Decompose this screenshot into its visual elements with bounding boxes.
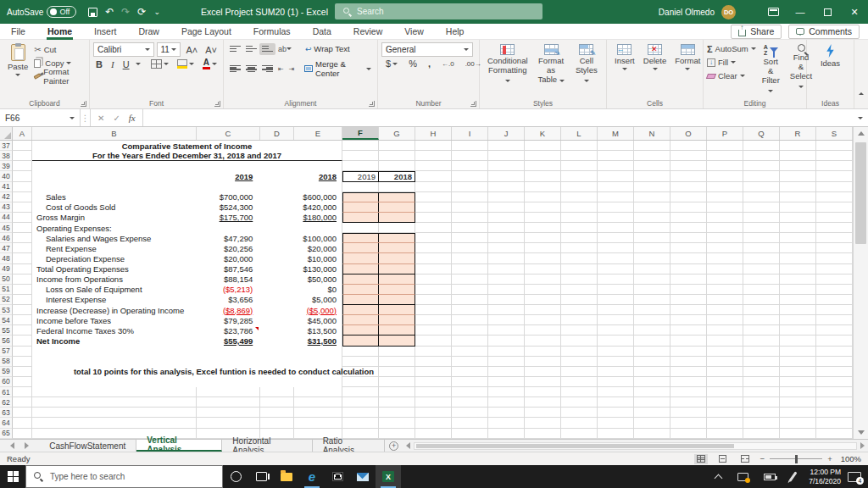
cell-R38[interactable] [780,151,816,161]
cell-G49[interactable] [379,264,415,274]
cell-K49[interactable] [525,264,561,274]
cancel-formula-icon[interactable]: ✕ [97,114,104,123]
cell-H61[interactable] [415,387,452,397]
row-header-53[interactable]: 53 [0,305,13,315]
column-header-R[interactable]: R [780,127,816,140]
cut-button[interactable]: ✂Cut [32,42,86,56]
cell-L55[interactable] [561,325,598,336]
cell-I42[interactable] [452,192,488,202]
cell-K57[interactable] [525,347,561,357]
number-format-select[interactable]: General [381,42,473,57]
cell-K51[interactable] [525,285,561,295]
cell-R41[interactable] [780,182,816,192]
cell-M61[interactable] [598,387,634,397]
cell-O50[interactable] [670,274,707,285]
cell-Q58[interactable] [743,357,780,367]
cell-L60[interactable] [561,377,598,387]
cell-F61[interactable] [342,387,379,397]
tab-file[interactable]: File [0,24,36,40]
cell-F54[interactable] [343,315,379,324]
cell-C62[interactable] [197,397,260,408]
cell-L37[interactable] [561,141,598,151]
row-header-39[interactable]: 39 [0,161,13,171]
row-header-43[interactable]: 43 [0,202,13,213]
cell-S59[interactable] [816,367,853,377]
cell-O57[interactable] [670,347,707,357]
select-all-corner[interactable] [0,127,13,140]
cell-J63[interactable] [488,408,525,418]
cell-N46[interactable] [634,233,670,243]
cell-Q59[interactable] [743,367,780,377]
cell-R44[interactable] [780,213,816,223]
cell-S37[interactable] [816,141,853,151]
cell-M41[interactable] [598,182,634,192]
cell-Q38[interactable] [743,151,780,161]
cell-J62[interactable] [488,397,525,408]
statement-area-60[interactable] [32,377,342,387]
cell-B37[interactable]: Comparative Statement of Income [32,141,342,151]
column-header-E[interactable]: E [294,127,342,140]
cell-G50[interactable] [379,274,415,284]
cell-R39[interactable] [780,161,816,171]
scroll-down-icon[interactable] [858,430,865,435]
cell-P38[interactable] [707,151,743,161]
cell-G52[interactable] [379,295,415,304]
cell-O42[interactable] [670,192,707,202]
cell-J51[interactable] [488,285,525,295]
cell-M38[interactable] [598,151,634,161]
share-button[interactable]: Share [731,25,782,39]
cell-M46[interactable] [598,233,634,243]
pen-icon[interactable] [788,471,797,481]
cell-P40[interactable] [707,171,743,181]
cell-B56[interactable]: Net Income [32,336,196,346]
cell-O62[interactable] [670,397,707,408]
cell-H53[interactable] [415,305,452,315]
cell-K56[interactable] [525,336,561,346]
cell-A61[interactable] [13,387,32,397]
cell-H46[interactable] [415,233,452,243]
cell-N57[interactable] [634,347,670,357]
statement-area-59[interactable]: total 10 points for this analysis, Excel… [32,367,342,377]
cell-L40[interactable] [561,171,598,181]
cell-P37[interactable] [707,141,743,151]
cell-L46[interactable] [561,233,598,243]
zoom-in-icon[interactable]: + [827,454,832,463]
cell-A53[interactable] [13,305,32,315]
cell-O54[interactable] [670,315,707,325]
cell-H57[interactable] [415,347,452,357]
cell-A60[interactable] [13,377,32,387]
cell-S47[interactable] [816,243,853,253]
cell-F64[interactable] [342,418,379,428]
cell-K46[interactable] [525,233,561,243]
cell-O55[interactable] [670,325,707,336]
cell-O43[interactable] [670,202,707,213]
fill-button[interactable]: ↓Fill [707,56,756,69]
cell-M45[interactable] [598,223,634,233]
cell-B62[interactable] [32,397,197,408]
row-header-63[interactable]: 63 [0,408,13,418]
cell-O39[interactable] [670,161,707,171]
cell-R46[interactable] [780,233,816,243]
column-header-I[interactable]: I [452,127,488,140]
tab-draw[interactable]: Draw [127,24,170,40]
cell-G48[interactable] [379,253,415,263]
cell-R53[interactable] [780,305,816,315]
cell-F53[interactable] [343,305,379,314]
wrap-text-button[interactable]: ↩ Wrap Text [303,42,353,55]
cell-A44[interactable] [13,213,32,223]
cell-I57[interactable] [452,347,488,357]
cell-R60[interactable] [780,377,816,387]
cell-L54[interactable] [561,315,598,325]
cell-F40[interactable]: 2019 [343,172,379,180]
cell-A59[interactable] [13,367,32,377]
cell-S46[interactable] [816,233,853,243]
align-bottom-button[interactable] [259,43,275,55]
task-view-button[interactable] [248,465,274,488]
file-explorer-button[interactable] [274,465,299,488]
merge-center-button[interactable]: Merge & Center [302,58,374,80]
hscroll-left-icon[interactable] [406,442,410,449]
minimize-button[interactable]: — [787,0,814,24]
cell-K39[interactable] [525,161,561,171]
row-header-58[interactable]: 58 [0,357,13,367]
cell-H45[interactable] [415,223,452,233]
